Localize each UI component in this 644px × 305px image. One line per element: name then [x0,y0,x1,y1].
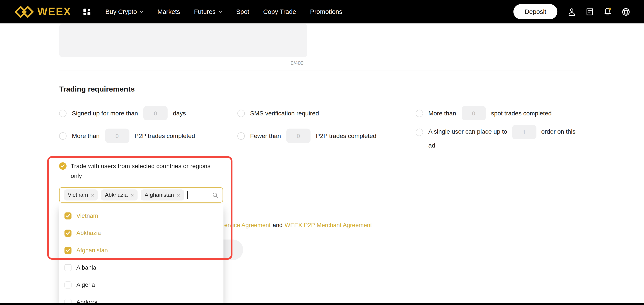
nav-item-futures[interactable]: Futures [194,8,222,16]
option-label-suffix: P2P trades completed [134,132,195,139]
radio-unchecked-icon[interactable] [59,110,66,117]
requirement-fewer-p2p-trades[interactable]: Fewer than P2P trades completed [238,129,376,143]
option-label-suffix: P2P trades completed [316,132,376,139]
nav-item-label: Buy Crypto [106,8,137,16]
top-navbar: WEEX Buy Crypto Markets Futures [0,0,644,24]
tag-label: Abkhazia [105,192,128,198]
user-account-icon[interactable] [567,7,576,17]
country-option-algeria[interactable]: Algeria [59,276,224,293]
requirement-sms-verification[interactable]: SMS verification required [238,106,319,120]
language-globe-icon[interactable] [621,7,630,17]
fewer-p2p-trades-input[interactable] [286,129,310,143]
apps-grid-icon[interactable] [83,8,91,16]
nav-item-copy-trade[interactable]: Copy Trade [263,8,296,16]
notifications-bell-icon[interactable] [603,7,612,17]
days-input[interactable] [143,106,168,120]
nav-item-promotions[interactable]: Promotions [310,8,342,16]
requirement-signed-up-days[interactable]: Signed up for more than days [59,106,186,120]
section-divider [59,71,580,71]
radio-unchecked-icon[interactable] [238,132,245,139]
order-limit-input[interactable] [512,125,536,139]
country-select-input[interactable]: Vietnam × Abkhazia × Afghanistan × [59,187,223,203]
nav-links: Buy Crypto Markets Futures Spot Copy Tra… [106,8,342,16]
option-label: More than [72,132,100,139]
character-counter: 0/400 [222,60,304,66]
weex-logo[interactable]: WEEX [15,5,71,19]
requirement-more-p2p-trades[interactable]: More than P2P trades completed [59,129,195,143]
checkbox-unchecked-icon[interactable] [64,281,71,288]
remarks-textarea[interactable] [59,24,307,57]
country-dropdown: Vietnam Abkhazia Afghanistan Albania Alg… [59,204,224,305]
checkbox-checked-icon[interactable] [64,229,71,236]
option-label-suffix: days [173,110,186,117]
option-label: Signed up for more than [72,110,138,117]
option-label-suffix: spot trades completed [491,110,552,117]
page: WEEX Buy Crypto Markets Futures [0,0,644,305]
notification-badge-dot [608,8,611,11]
selected-country-tag: Vietnam × [64,189,98,200]
nav-item-label: Markets [158,8,180,16]
checkbox-checked-icon[interactable] [64,247,71,254]
weex-logo-icon [15,5,34,19]
nav-item-markets[interactable]: Markets [158,8,180,16]
option-label: SMS verification required [250,110,319,117]
nav-item-label: Promotions [310,8,342,16]
country-option-afghanistan[interactable]: Afghanistan [59,242,224,259]
checkbox-checked-icon[interactable] [64,212,71,219]
requirement-single-user-orders[interactable]: A single user can place up toorder on th… [416,125,579,151]
nav-right-cluster: Deposit [514,0,630,24]
remove-tag-icon[interactable]: × [177,192,180,198]
chevron-down-icon [218,10,222,14]
option-label: Trade with users from selected countries… [71,161,215,180]
country-option-albania[interactable]: Albania [59,259,224,276]
selected-country-tag: Abkhazia × [101,189,138,200]
country-option-label: Algeria [76,281,95,288]
nav-item-buy-crypto[interactable]: Buy Crypto [106,8,144,16]
radio-unchecked-icon[interactable] [238,110,245,117]
radio-unchecked-icon[interactable] [416,129,423,136]
screenshot-bottom-edge [0,303,644,305]
text-cursor [187,191,188,199]
more-p2p-trades-input[interactable] [105,129,129,143]
chevron-down-icon [140,10,143,14]
checkbox-unchecked-icon[interactable] [64,264,71,271]
orders-document-icon[interactable] [585,7,594,17]
merchant-agreement-link[interactable]: WEEX P2P Merchant Agreement [285,222,372,228]
nav-item-label: Spot [236,8,249,16]
country-option-label: Albania [76,264,96,271]
agreement-connector: and [272,222,282,228]
tag-label: Afghanistan [145,192,174,198]
nav-item-label: Futures [194,8,216,16]
remove-tag-icon[interactable]: × [91,192,94,198]
tag-label: Vietnam [68,192,88,198]
spot-trades-input[interactable] [462,106,486,120]
radio-checked-icon[interactable] [59,162,66,170]
section-title: Trading requirements [59,85,135,94]
service-agreement-link[interactable]: ervice Agreement [224,222,270,228]
radio-unchecked-icon[interactable] [59,132,66,139]
requirement-spot-trades[interactable]: More than spot trades completed [416,106,552,120]
agreement-text: ervice AgreementandWEEX P2P Merchant Agr… [224,222,372,228]
requirement-selected-countries[interactable]: Trade with users from selected countries… [59,161,215,180]
remove-tag-icon[interactable]: × [130,192,134,198]
logo-wordmark: WEEX [37,6,71,18]
option-label: Fewer than [250,132,281,139]
radio-unchecked-icon[interactable] [416,110,423,117]
country-option-label: Vietnam [76,212,98,219]
country-option-label: Abkhazia [76,230,101,236]
nav-item-label: Copy Trade [263,8,296,16]
country-option-label: Afghanistan [76,247,108,253]
selected-country-tag: Afghanistan × [141,189,184,200]
deposit-button[interactable]: Deposit [514,4,557,19]
option-label: A single user can place up to [428,128,507,135]
nav-item-spot[interactable]: Spot [236,8,249,16]
country-option-abkhazia[interactable]: Abkhazia [59,224,224,242]
search-icon [212,192,218,198]
option-label: More than [428,110,456,117]
country-option-vietnam[interactable]: Vietnam [59,207,224,224]
